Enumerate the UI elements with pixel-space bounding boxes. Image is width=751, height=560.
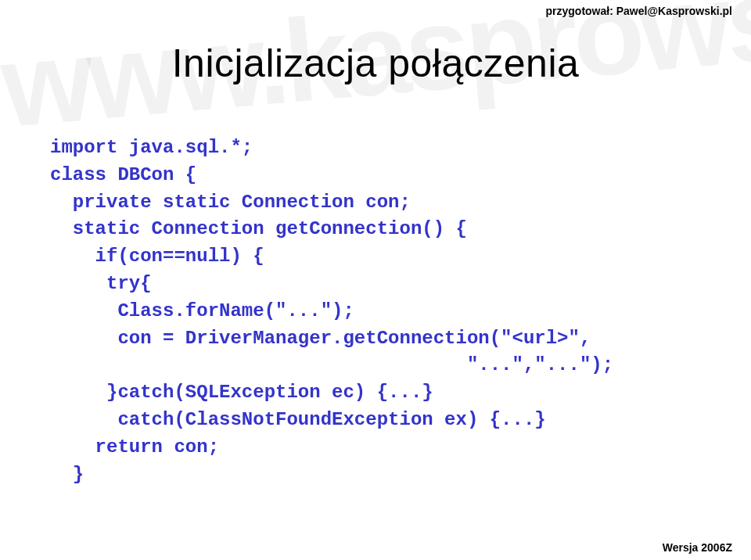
footer-version: Wersja 2006Z (663, 541, 732, 554)
code-block: import java.sql.*; class DBCon { private… (50, 135, 613, 488)
slide: www.kasprowski.pl przygotował: Pawel@Kas… (0, 0, 751, 560)
header-credit: przygotował: Pawel@Kasprowski.pl (546, 5, 732, 17)
slide-title: Inicjalizacja połączenia (0, 41, 751, 86)
